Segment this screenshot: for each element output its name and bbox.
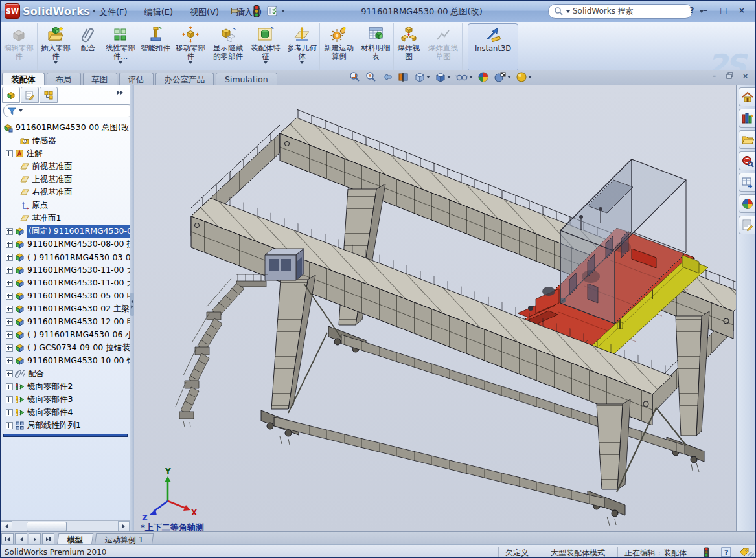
tree-item-front-plane[interactable]: 前视基准面 — [1, 160, 130, 173]
expand-icon[interactable] — [6, 357, 13, 364]
tree-item-component-fixed[interactable]: (固定) 911601RMG4530-01 — [1, 225, 130, 238]
minimize-button[interactable]: – — [697, 5, 714, 16]
smart-fasteners-button[interactable]: 智能扣件 — [139, 23, 172, 70]
tree-item-sensors[interactable]: 传感器 — [1, 134, 130, 147]
expand-icon[interactable] — [6, 318, 13, 326]
tree-filter-input[interactable] — [3, 104, 131, 117]
pin-dropdown-icon[interactable] — [242, 10, 246, 12]
doc-minimize-button[interactable]: – — [709, 72, 719, 81]
expand-icon[interactable] — [6, 409, 13, 416]
tree-item-component[interactable]: (-) GCS0734-09-00 拉锚装 — [1, 341, 130, 354]
tab-assembly[interactable]: 装配体 — [2, 73, 45, 87]
reference-geometry-dropdown-icon[interactable] — [300, 61, 304, 64]
edit-appearance-icon[interactable] — [477, 71, 489, 83]
insert-component-button[interactable]: 插入零部件 — [38, 23, 74, 70]
panel-horizontal-scrollbar[interactable] — [1, 520, 130, 531]
tree-item-mates[interactable]: 配合 — [1, 367, 130, 380]
maximize-button[interactable]: □ — [715, 5, 732, 16]
graphics-viewport[interactable]: Y X Z *上下二等角轴测 — [134, 85, 736, 531]
design-library-tab[interactable] — [739, 109, 756, 128]
linear-pattern-dropdown-icon[interactable] — [119, 61, 122, 64]
display-style-dropdown-icon[interactable] — [447, 76, 451, 78]
panel-expand-chevron-icon[interactable] — [117, 91, 123, 95]
tree-item-component[interactable]: 911601RMG4530-08-00 扶 — [1, 238, 130, 251]
reference-geometry-button[interactable]: 参考几何体 — [284, 23, 320, 70]
custom-properties-tab[interactable] — [739, 216, 756, 234]
expand-icon[interactable] — [6, 383, 13, 390]
scroll-right-icon[interactable] — [118, 521, 130, 532]
show-hidden-components-button[interactable]: 显示隐藏的零部件 — [209, 23, 247, 70]
bill-of-materials-button[interactable]: 材料明细表 — [358, 23, 394, 70]
close-button[interactable]: × — [733, 5, 750, 16]
tree-item-component[interactable]: 911601RMG4530-05-00 电 — [1, 289, 130, 302]
front-sill-beam[interactable] — [274, 417, 604, 508]
front-left-leg[interactable] — [261, 275, 315, 445]
property-manager-tab[interactable] — [21, 87, 39, 103]
menu-view[interactable]: 视图(V) — [183, 5, 225, 19]
tree-item-right-plane[interactable]: 右视基准面 — [1, 186, 130, 199]
assembly-features-button[interactable]: 装配体特征 — [247, 23, 284, 70]
instant3d-button[interactable]: Instant3D — [468, 23, 518, 71]
zoom-to-area-icon[interactable] — [365, 71, 377, 83]
quick-tips-icon[interactable]: ? — [721, 547, 731, 558]
doc-restore-button[interactable] — [725, 72, 735, 81]
apply-scene-dropdown-icon[interactable] — [507, 76, 511, 78]
display-style-icon[interactable] — [435, 71, 451, 83]
tree-item-mirror-component[interactable]: 镜向零部件3 — [1, 393, 130, 406]
expand-icon[interactable] — [6, 267, 13, 274]
insert-component-dropdown-icon[interactable] — [54, 61, 58, 64]
tab-layout[interactable]: 布局 — [47, 73, 81, 87]
expand-icon[interactable] — [6, 306, 13, 313]
tree-item-top-plane[interactable]: 上视基准面 — [1, 173, 130, 186]
pin-menu-icon[interactable] — [229, 5, 246, 17]
crane-3d-model[interactable]: Y X Z — [134, 85, 736, 531]
move-component-dropdown-icon[interactable] — [189, 61, 192, 64]
operator-cab[interactable] — [265, 249, 304, 280]
menu-edit[interactable]: 编辑(E) — [138, 5, 179, 19]
feature-manager-tab[interactable] — [2, 87, 20, 103]
hide-show-dropdown-icon[interactable] — [469, 76, 473, 78]
tree-root[interactable]: 911601RMG4530-00 总图(改 — [1, 121, 130, 134]
view-settings-dropdown-icon[interactable] — [528, 76, 532, 78]
configuration-manager-tab[interactable] — [40, 87, 58, 103]
tree-item-component[interactable]: 911601RMG4530-11-00 大 — [1, 263, 130, 276]
first-sheet-icon[interactable] — [1, 533, 14, 544]
section-view-icon[interactable] — [398, 71, 409, 83]
rollback-bar[interactable] — [3, 434, 128, 437]
assembly-features-dropdown-icon[interactable] — [264, 61, 268, 64]
expand-icon[interactable] — [6, 254, 13, 261]
scroll-left-icon[interactable] — [1, 521, 12, 532]
solidworks-search-tab[interactable] — [739, 151, 756, 170]
tree-item-annotations[interactable]: 注解 — [1, 147, 130, 160]
tree-item-component[interactable]: (-) 911601RMG4530-03-00 — [1, 251, 130, 263]
last-sheet-icon[interactable] — [42, 533, 54, 544]
tab-sketch[interactable]: 草图 — [83, 73, 117, 87]
tree-item-origin[interactable]: 原点 — [1, 199, 130, 212]
tree-item-component[interactable]: 911601RMG4530-02 主梁 — [1, 302, 130, 315]
checklist-dropdown-icon[interactable] — [281, 10, 285, 12]
tree-item-local-pattern[interactable]: 局部线性阵列1 — [1, 419, 130, 432]
doc-close-button[interactable]: × — [740, 72, 750, 81]
access-stairs[interactable] — [176, 278, 244, 427]
tree-item-component[interactable]: 911601RMG4530-10-00 锚 — [1, 354, 130, 367]
options-checklist-icon[interactable] — [266, 5, 285, 17]
apply-scene-icon[interactable] — [494, 71, 511, 83]
mate-button[interactable]: 配合 — [74, 23, 102, 70]
tree-item-mirror-component[interactable]: 镜向零部件4 — [1, 406, 130, 419]
tree-item-component[interactable]: 911601RMG4530-12-00 电 — [1, 315, 130, 328]
expand-icon[interactable] — [6, 344, 13, 352]
expand-icon[interactable] — [6, 422, 13, 429]
search-dropdown-icon[interactable] — [566, 10, 570, 13]
expand-icon[interactable] — [6, 331, 13, 339]
resize-grip[interactable] — [748, 552, 754, 558]
next-sheet-icon[interactable] — [29, 533, 41, 544]
linear-component-pattern-button[interactable]: 线性零部件... — [102, 23, 139, 70]
tab-evaluate[interactable]: 评估 — [119, 73, 154, 87]
expand-icon[interactable] — [6, 241, 13, 248]
tab-simulation[interactable]: Simulation — [216, 73, 277, 87]
search-box[interactable]: SolidWorks 搜索 — [548, 4, 693, 19]
tab-office-products[interactable]: 办公室产品 — [155, 73, 214, 87]
move-component-button[interactable]: 移动零部件 — [172, 23, 209, 70]
tree-item-mirror-component[interactable]: 镜向零部件2 — [1, 380, 130, 393]
view-orientation-icon[interactable] — [414, 71, 430, 83]
